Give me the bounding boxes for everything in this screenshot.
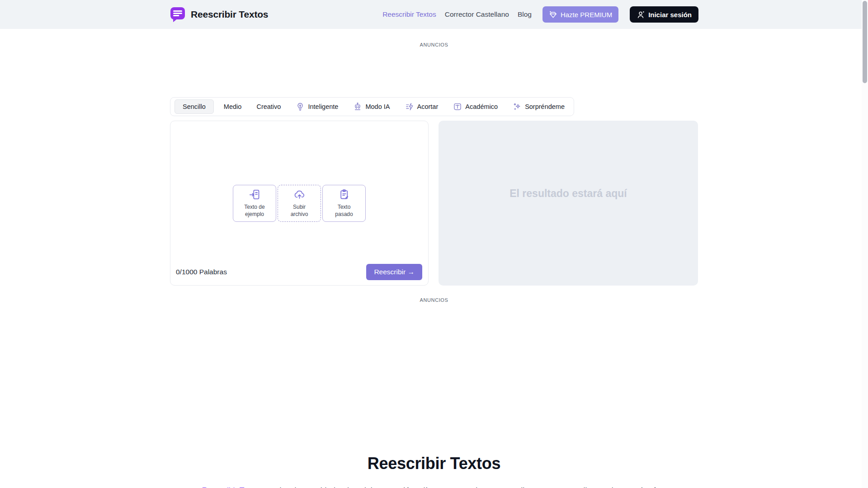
- upload-file-label: Subir archivo: [284, 204, 314, 218]
- seo-paragraph-text: es el mejor cambiador de palabras con IA…: [262, 486, 666, 488]
- nav-blog[interactable]: Blog: [518, 10, 532, 19]
- tab-inteligente[interactable]: Inteligente: [291, 99, 343, 115]
- ad-label-top: ANUNCIOS: [420, 42, 448, 47]
- rewrite-button[interactable]: Reescribir →: [366, 264, 422, 280]
- quick-actions: Texto de ejemplo Subir archivo: [170, 185, 428, 222]
- tab-label: Sorpréndeme: [525, 103, 565, 110]
- shorten-icon: [405, 102, 414, 111]
- user-icon: [637, 10, 645, 19]
- tab-sorprendeme[interactable]: Sorpréndeme: [508, 99, 570, 115]
- premium-button[interactable]: Hazte PREMIUM: [542, 6, 618, 23]
- premium-button-label: Hazte PREMIUM: [561, 11, 612, 19]
- tab-label: Creativo: [256, 103, 281, 110]
- seo-inline-link[interactable]: Reescribir Textos: [202, 486, 263, 488]
- result-placeholder: El resultado estará aquí: [509, 188, 627, 200]
- tab-sencillo[interactable]: Sencillo: [175, 99, 214, 114]
- brand[interactable]: Reescribir Textos: [170, 6, 268, 23]
- tab-label: Medio: [224, 103, 242, 110]
- login-button-label: Iniciar sesión: [648, 11, 692, 19]
- header: Reescribir Textos Reescribir Textos Corr…: [0, 0, 868, 29]
- sample-text-label: Texto de ejemplo: [240, 204, 269, 218]
- upload-cloud-icon: [293, 188, 306, 201]
- tab-creativo[interactable]: Creativo: [251, 99, 286, 114]
- tab-label: Inteligente: [308, 103, 338, 110]
- word-count: 0/1000 Palabras: [176, 268, 227, 276]
- sample-text-icon: [249, 188, 261, 201]
- seo-paragraph: Reescribir Textos es el mejor cambiador …: [158, 485, 710, 488]
- sparkles-icon: [513, 102, 522, 111]
- lightbulb-icon: [296, 102, 305, 111]
- text-input-area[interactable]: Texto de ejemplo Subir archivo: [170, 121, 429, 286]
- book-icon: [453, 102, 462, 111]
- brand-title: Reescribir Textos: [191, 9, 268, 20]
- tab-medio[interactable]: Medio: [219, 99, 247, 114]
- seo-section: Reescribir Textos Reescribir Textos es e…: [0, 454, 868, 488]
- mode-tabbar: Sencillo Medio Creativo Inteligente: [170, 97, 574, 116]
- scrollbar-thumb[interactable]: [863, 1, 867, 83]
- ad-slot-top: ANUNCIOS: [0, 29, 868, 97]
- robot-icon: [353, 102, 362, 111]
- gem-icon: [549, 10, 557, 19]
- tab-academico[interactable]: Académico: [448, 99, 503, 115]
- logo-chat-icon: [170, 6, 186, 23]
- upload-file-button[interactable]: Subir archivo: [278, 185, 321, 222]
- tab-label: Sencillo: [183, 103, 206, 110]
- result-panel: El resultado estará aquí: [439, 121, 698, 286]
- nav-corrector-castellano[interactable]: Corrector Castellano: [445, 10, 509, 19]
- main-nav: Reescribir Textos Corrector Castellano B…: [382, 6, 698, 23]
- tab-label: Acortar: [417, 103, 439, 110]
- tab-acortar[interactable]: Acortar: [400, 99, 443, 115]
- ad-label-bottom: ANUNCIOS: [420, 297, 448, 303]
- tab-label: Académico: [465, 103, 498, 110]
- page-title: Reescribir Textos: [0, 454, 868, 473]
- paste-text-button[interactable]: Texto pasado: [322, 185, 366, 222]
- editor-footer: 0/1000 Palabras Reescribir →: [176, 264, 422, 280]
- login-button[interactable]: Iniciar sesión: [630, 6, 698, 23]
- ad-slot-bottom: ANUNCIOS: [0, 286, 868, 304]
- tab-label: Modo IA: [365, 103, 390, 110]
- sample-text-button[interactable]: Texto de ejemplo: [233, 185, 276, 222]
- paste-text-label: Texto pasado: [329, 204, 359, 218]
- nav-reescribir-textos[interactable]: Reescribir Textos: [382, 10, 436, 19]
- scrollbar-track[interactable]: [862, 0, 868, 488]
- paste-text-icon: [338, 188, 350, 201]
- tab-modo-ia[interactable]: Modo IA: [348, 99, 395, 115]
